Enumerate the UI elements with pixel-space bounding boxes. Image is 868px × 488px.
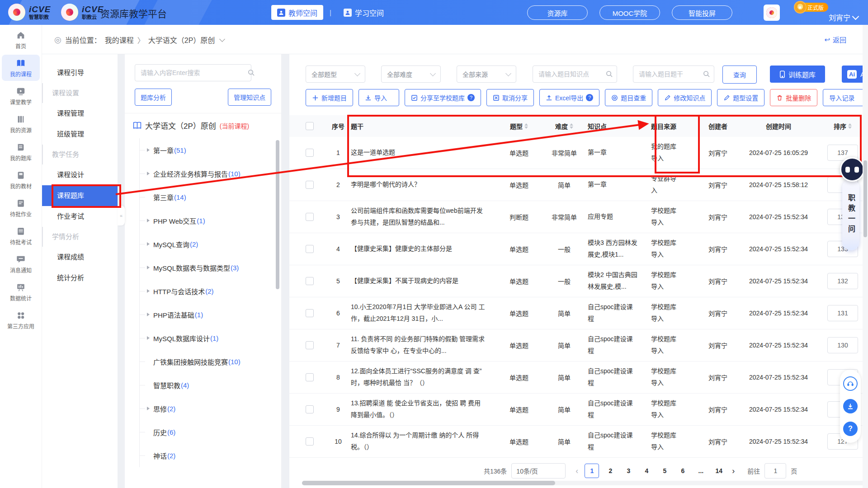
- rail-item-my-question-bank[interactable]: 我的题库: [2, 139, 40, 165]
- customer-service-icon[interactable]: [843, 376, 858, 391]
- row-checkbox[interactable]: [306, 149, 314, 157]
- expand-arrow-icon[interactable]: [147, 219, 150, 222]
- expand-arrow-icon[interactable]: [147, 172, 150, 175]
- back-link[interactable]: ↩ 返回: [824, 35, 846, 44]
- tree-item[interactable]: 广铁集团接触网技能竞赛(10): [140, 350, 266, 373]
- cell-stem[interactable]: 11. 负责将不同 的业务部门特殊的假勤 管理需求反馈给专家中 心，在专业中心的…: [351, 333, 497, 357]
- bank-analysis-button[interactable]: 题库分析: [135, 89, 172, 106]
- row-checkbox[interactable]: [306, 213, 314, 221]
- assistant-widget[interactable]: 职教一问: [840, 157, 864, 250]
- expand-arrow-icon[interactable]: [147, 242, 150, 246]
- cell-stem[interactable]: 14.综合所得以 为一个周期计缴 纳的个人 所得税。（）: [351, 430, 497, 453]
- expand-arrow-icon[interactable]: [147, 336, 150, 340]
- tree-item[interactable]: HTTP与会话技术(2): [140, 279, 266, 303]
- page-button-4[interactable]: 4: [640, 464, 653, 478]
- share-to-school-button[interactable]: 分享至学校题库 ?: [405, 89, 481, 106]
- menu-course-grades[interactable]: 课程成绩: [42, 247, 118, 267]
- page-size-select[interactable]: 10条/页: [511, 463, 566, 479]
- train-bank-button[interactable]: 训练题库: [770, 66, 825, 83]
- import-button[interactable]: 导入: [359, 89, 399, 106]
- stem-search-input[interactable]: [633, 66, 714, 83]
- page-scrollbar[interactable]: [863, 25, 868, 488]
- prev-page-button[interactable]: ‹: [574, 466, 580, 476]
- rail-item-my-resources[interactable]: 我的资源: [2, 111, 40, 137]
- menu-statistics[interactable]: 统计分析: [42, 267, 118, 288]
- tree-item[interactable]: 神话(2): [140, 444, 266, 467]
- cell-stem[interactable]: 李明是哪个朝代的诗人？: [351, 179, 497, 191]
- select-all-checkbox[interactable]: [306, 122, 314, 130]
- rail-item-classroom[interactable]: 课堂教学: [2, 83, 40, 109]
- page-button-1[interactable]: 1: [585, 464, 599, 478]
- expand-arrow-icon[interactable]: [147, 266, 150, 269]
- filter-question-type[interactable]: 全部题型: [306, 66, 365, 83]
- unshare-button[interactable]: 取消分享: [486, 89, 534, 106]
- sort-order-input[interactable]: 131: [827, 305, 858, 321]
- assistant-label-pill[interactable]: 职教一问: [842, 179, 859, 250]
- sidebar-collapse-handle[interactable]: «: [118, 206, 125, 225]
- excel-export-button[interactable]: Excel导出 ?: [539, 89, 599, 106]
- cell-stem[interactable]: 公司前端组件库和函数库需要每位web前端开发参与共建，是团队智慧的结晶和...: [351, 205, 497, 229]
- cell-stem[interactable]: 12.面向全体员工进行“SSC服务的满意度 调 查”时，哪种时机最恰 当？（）: [351, 366, 497, 389]
- filter-difficulty[interactable]: 全部难度: [381, 66, 441, 83]
- expand-arrow-icon[interactable]: [147, 313, 150, 316]
- col-排序[interactable]: 排序: [819, 122, 866, 131]
- tree-item[interactable]: MySQL数据表与数据类型(3): [140, 256, 266, 279]
- row-checkbox[interactable]: [306, 405, 314, 413]
- menu-course-question-bank[interactable]: 课程题库: [42, 185, 118, 206]
- batch-delete-button[interactable]: 批量删除: [770, 89, 817, 106]
- rail-item-messages[interactable]: 消息通知: [2, 251, 40, 277]
- cell-stem[interactable]: 【健康史采集】不属于现病史的内容是: [351, 275, 497, 287]
- menu-course-guide[interactable]: 课程引导: [42, 62, 118, 83]
- pill-mooc-college[interactable]: MOOC学院: [599, 5, 660, 20]
- download-icon[interactable]: [843, 399, 858, 413]
- edit-knowledge-button[interactable]: 修改知识点: [658, 89, 712, 106]
- add-question-button[interactable]: 新增题目: [306, 89, 353, 106]
- tree-item[interactable]: MySQL数据库设计(1): [140, 326, 266, 350]
- import-records-button[interactable]: 导入记录: [823, 89, 868, 106]
- tree-item[interactable]: 思修(2): [140, 397, 266, 420]
- cell-stem[interactable]: 10.小王2020年7月1日 大学毕业即进入A 公司 工作，截止2021年12月…: [351, 301, 497, 325]
- filter-source[interactable]: 全部来源: [457, 66, 516, 83]
- row-checkbox[interactable]: [306, 341, 314, 349]
- page-ellipsis[interactable]: ...: [694, 464, 708, 478]
- breadcrumb-course-name[interactable]: 大学语文（2P）原创: [148, 34, 215, 45]
- manage-knowledge-button[interactable]: 管理知识点: [228, 89, 271, 106]
- duplicate-check-button[interactable]: 题目查重: [605, 89, 652, 106]
- page-button-2[interactable]: 2: [604, 464, 617, 478]
- rail-item-third-party-apps[interactable]: 第三方应用: [2, 307, 40, 333]
- pill-smart-cast[interactable]: 智能投屏: [672, 5, 732, 20]
- help-icon[interactable]: ?: [843, 422, 858, 436]
- row-checkbox[interactable]: [306, 277, 314, 285]
- tree-root-course[interactable]: 大学语文（2P）原创 (当前课程): [133, 120, 249, 131]
- nav-student-space[interactable]: 学习空间: [338, 5, 390, 20]
- row-checkbox[interactable]: [306, 437, 314, 446]
- jump-page-input[interactable]: [764, 463, 786, 479]
- page-button-3[interactable]: 3: [622, 464, 635, 478]
- tree-search-input[interactable]: [135, 64, 251, 81]
- tree-scrollbar[interactable]: [276, 140, 279, 289]
- menu-homework-exam[interactable]: 作业考试: [42, 206, 118, 227]
- type-settings-button[interactable]: 题型设置: [717, 89, 764, 106]
- tree-item[interactable]: 第一章(51): [140, 138, 266, 162]
- tree-item[interactable]: 历史(6): [140, 420, 266, 444]
- help-question-icon[interactable]: ?: [586, 94, 593, 101]
- rail-item-home[interactable]: 首页: [2, 27, 40, 53]
- horizontal-scrollbar[interactable]: [302, 481, 868, 485]
- page-scrollbar-thumb[interactable]: [863, 160, 867, 237]
- row-checkbox[interactable]: [306, 245, 314, 253]
- tree-item[interactable]: PHP Web交互(1): [140, 209, 266, 232]
- tree-item[interactable]: 智慧职教(4): [140, 373, 266, 397]
- expand-arrow-icon[interactable]: [147, 148, 150, 152]
- tree-item[interactable]: 第三章(14): [140, 185, 266, 209]
- row-checkbox[interactable]: [306, 373, 314, 381]
- horizontal-scrollbar-thumb[interactable]: [302, 481, 555, 485]
- robot-face-icon[interactable]: [840, 157, 864, 182]
- chevron-down-icon[interactable]: [219, 36, 225, 42]
- next-page-button[interactable]: ›: [730, 466, 736, 476]
- rail-item-exam-review[interactable]: 待批考试: [2, 223, 40, 249]
- knowledge-search-input[interactable]: [533, 66, 617, 83]
- rail-item-my-courses[interactable]: 我的课程: [2, 55, 40, 81]
- rail-item-data-stats[interactable]: 数据统计: [2, 279, 40, 305]
- page-button-14[interactable]: 14: [712, 464, 726, 478]
- cell-stem[interactable]: 这是一道单选题: [351, 147, 497, 159]
